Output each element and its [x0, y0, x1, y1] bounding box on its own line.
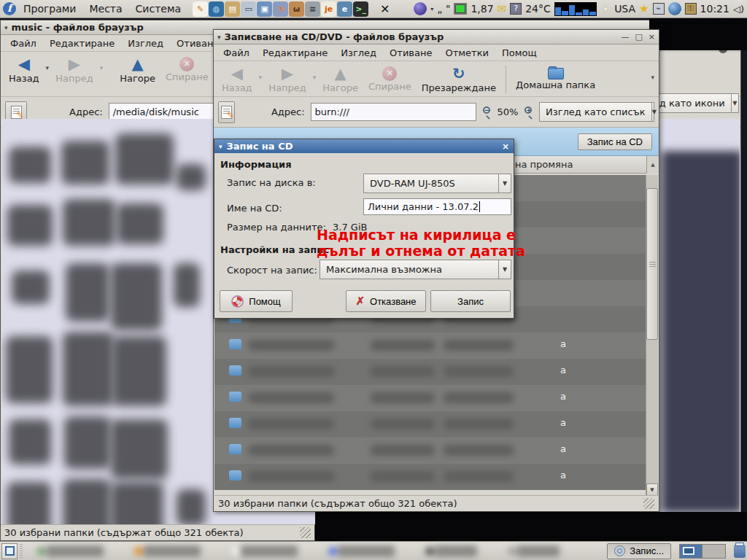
home-button[interactable]: Домашна папка	[511, 63, 600, 91]
window-menu-icon[interactable]: ▾	[4, 24, 8, 31]
write-to-disc-button[interactable]: Запис на CD	[578, 133, 652, 150]
volume-speaker-icon[interactable]: ◁)	[733, 4, 744, 15]
chevron-down-icon[interactable]: ▾	[430, 6, 433, 12]
taskbar-item-write-cd[interactable]: Запис...	[607, 543, 671, 559]
forward-button[interactable]: ▶ Напред	[50, 54, 98, 85]
zoom-out-icon[interactable]: −	[482, 106, 492, 118]
blurred-task-item[interactable]	[47, 545, 104, 557]
weather-unknown-icon[interactable]: ?	[510, 3, 522, 15]
menu-file[interactable]: Файл	[217, 46, 256, 60]
up-button[interactable]: ▲ Нагоре	[317, 63, 363, 94]
cpu-frequency-icon[interactable]	[454, 3, 467, 15]
back-button[interactable]: ◀ Назад	[4, 54, 44, 85]
scrollbar-thumb[interactable]	[646, 188, 658, 340]
fedora-menu-icon[interactable]: f	[3, 2, 16, 15]
combo-arrow-icon[interactable]: ▼	[731, 94, 738, 112]
menu-go[interactable]: Отиване	[383, 46, 438, 60]
weather-sun-icon[interactable]: ☀	[600, 2, 611, 16]
target-device-combobox[interactable]: DVD-RAM UJ-850S ▼	[363, 174, 511, 193]
menu-file[interactable]: Файл	[4, 36, 43, 50]
blurred-task-item[interactable]	[241, 545, 298, 557]
address-input[interactable]: burn:///	[311, 103, 476, 121]
jedit-launcher-icon[interactable]: je	[321, 1, 336, 17]
back-button[interactable]: ◀ Назад	[217, 63, 258, 94]
maximize-button[interactable]: □	[635, 32, 642, 42]
blurred-task-item[interactable]	[435, 545, 477, 557]
blurred-task-item[interactable]	[517, 545, 560, 557]
back-history-dropdown[interactable]: ▾	[46, 64, 50, 71]
back-history-dropdown[interactable]: ▾	[259, 74, 263, 81]
combo-arrow-icon[interactable]: ▼	[498, 260, 511, 279]
window-menu-icon[interactable]: ▾	[219, 143, 222, 150]
column-date-modified[interactable]: на промяна	[515, 159, 573, 170]
keyboard-layout-indicator[interactable]: USA	[614, 3, 635, 15]
trash-applet-icon[interactable]	[734, 545, 746, 558]
forward-history-dropdown[interactable]: ▾	[100, 64, 104, 71]
toolbar-overflow-dropdown[interactable]: ▾	[651, 74, 654, 81]
menu-help[interactable]: Помощ	[495, 46, 543, 60]
resize-grip[interactable]	[300, 527, 311, 538]
stop-button[interactable]: ✕ Спиране	[160, 54, 214, 83]
front-window-titlebar[interactable]: ▾ Записване на CD/DVD - файлов браузър —…	[214, 30, 659, 44]
menu-view[interactable]: Изглед	[121, 36, 170, 50]
reload-button[interactable]: ↻ Презареждане	[417, 63, 501, 94]
gimp-launcher-icon[interactable]: ω	[289, 1, 304, 17]
show-desktop-button[interactable]	[1, 543, 18, 559]
table-row[interactable]: а	[214, 385, 647, 411]
star-applet-icon[interactable]: ★	[639, 3, 649, 15]
combo-arrow-icon[interactable]: ▼	[498, 174, 511, 192]
blurred-task-item[interactable]	[144, 545, 201, 557]
menu-places[interactable]: Места	[83, 0, 128, 18]
vertical-scrollbar[interactable]: ▼	[646, 175, 658, 496]
system-monitor-applet[interactable]	[554, 2, 597, 16]
text-editor-launcher-icon[interactable]: ✎	[193, 1, 208, 17]
minimize-button[interactable]: —	[621, 32, 629, 42]
file-manager-launcher-icon[interactable]: ▤	[225, 1, 240, 17]
table-row[interactable]: а	[214, 464, 647, 490]
notes-toggle-button[interactable]	[218, 101, 235, 123]
forward-button[interactable]: ▶ Напред	[263, 63, 311, 94]
mail-notifier-icon[interactable]: ✉	[498, 3, 507, 15]
scroll-down-icon[interactable]: ▼	[646, 483, 658, 496]
close-icon[interactable]: ×	[502, 141, 509, 152]
menu-applications[interactable]: Програми	[18, 0, 82, 18]
cd-name-input[interactable]: Лични данни - 13.07.2	[363, 198, 511, 215]
up-button[interactable]: ▲ Нагоре	[115, 54, 160, 85]
view-as-combobox[interactable]: Изглед като списък ▼	[539, 102, 654, 122]
archive-manager-launcher-icon[interactable]: ≡	[305, 1, 320, 17]
menu-view[interactable]: Изглед	[334, 46, 383, 60]
dialog-titlebar[interactable]: ▾ Запис на CD ×	[214, 139, 514, 153]
resize-grip[interactable]	[643, 498, 654, 509]
stop-button[interactable]: ✕ Спиране	[363, 63, 417, 93]
write-button[interactable]: Запис	[430, 290, 511, 312]
eclipse-icon[interactable]	[414, 2, 427, 15]
terminal-launcher-icon[interactable]: >_	[353, 1, 368, 17]
table-row[interactable]: а	[214, 411, 647, 438]
table-row[interactable]: а	[214, 359, 647, 385]
workspace-2[interactable]	[703, 545, 725, 558]
menu-system[interactable]: Система	[130, 0, 187, 18]
menu-edit[interactable]: Редактиране	[256, 46, 334, 60]
menu-edit[interactable]: Редактиране	[43, 36, 121, 50]
globe-network-icon[interactable]	[668, 2, 681, 15]
cancel-button[interactable]: ✗ Отказване	[346, 290, 426, 312]
x-app-icon[interactable]: ✕	[380, 2, 390, 16]
forward-history-dropdown[interactable]: ▾	[313, 74, 317, 81]
chart-tool-launcher-icon[interactable]: ◔	[273, 1, 288, 17]
combo-arrow-icon[interactable]: ▼	[651, 103, 657, 121]
blurred-task-item[interactable]	[338, 545, 395, 557]
close-button[interactable]: ×	[649, 32, 655, 42]
help-button[interactable]: Помощ	[220, 290, 293, 312]
table-row[interactable]: а	[214, 438, 647, 464]
character-palette[interactable]: „ "	[437, 3, 450, 15]
write-speed-combobox[interactable]: Максимална възможна ▼	[320, 260, 511, 279]
web-browser-launcher-icon[interactable]: ◍	[209, 1, 224, 17]
postgresql-launcher-icon[interactable]: e	[337, 1, 352, 17]
printer-launcher-icon[interactable]: ▭	[241, 1, 256, 17]
menu-bookmarks[interactable]: Отметки	[438, 46, 495, 60]
power-plug-icon[interactable]: ⌁	[653, 3, 665, 15]
window-menu-icon[interactable]: ▾	[217, 34, 221, 41]
scroll-up-icon[interactable]: ▲	[646, 156, 659, 174]
clock[interactable]: 10:21	[700, 3, 729, 15]
zoom-in-icon[interactable]: +	[524, 106, 533, 118]
